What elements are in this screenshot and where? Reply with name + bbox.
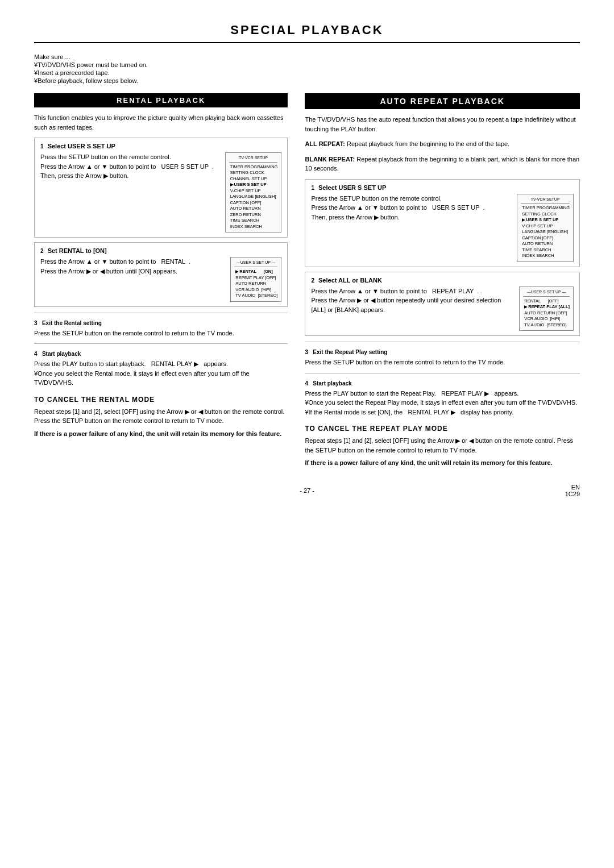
auto-repeat-step-1: 1 Select USER S SET UP Press the SETUP b…: [305, 179, 580, 267]
rental-cancel-section: TO CANCEL THE RENTAL MODE Repeat steps […: [34, 396, 288, 439]
auto-repeat-step-2-text: Press the Arrow ▲ or ▼ button to point t…: [311, 286, 515, 315]
page-number: - 27 -: [300, 487, 314, 494]
auto-repeat-description: The TV/DVD/VHS has the auto repeat funct…: [305, 115, 580, 134]
rental-step-3: 3 Exit the Rental setting Press the SETU…: [34, 319, 288, 338]
auto-repeat-step-2: 2 Select ALL or BLANK Press the Arrow ▲ …: [305, 272, 580, 336]
intro-section: Make sure ... ¥TV/DVD/VHS power must be …: [34, 53, 580, 84]
page-lang: EN 1C29: [565, 484, 580, 497]
intro-item-3: ¥Before playback, follow steps below.: [34, 77, 580, 84]
auto-repeat-column: AUTO REPEAT PLAYBACK The TV/DVD/VHS has …: [305, 93, 580, 468]
rental-cancel-title: TO CANCEL THE RENTAL MODE: [34, 396, 288, 404]
rental-step-4: 4 Start playback Press the PLAY button t…: [34, 350, 288, 388]
rental-column: RENTAL PLAYBACK This function enables yo…: [34, 93, 288, 468]
auto-repeat-step-3: 3 Exit the Repeat Play setting Press the…: [305, 348, 580, 367]
auto-repeat-all: ALL REPEAT: Repeat playback from the beg…: [305, 139, 580, 149]
intro-make-sure: Make sure ...: [34, 53, 580, 60]
auto-repeat-header: AUTO REPEAT PLAYBACK: [305, 93, 580, 109]
rental-step-2-menu: —USER S SET UP — RENTAL [ON] REPEAT PLAY…: [230, 257, 281, 301]
auto-repeat-cancel-title: TO CANCEL THE REPEAT PLAY MODE: [305, 425, 580, 433]
rental-description: This function enables you to improve the…: [34, 113, 288, 132]
rental-step-1-text: Press the SETUP button on the remote con…: [40, 152, 221, 181]
rental-cancel-text: Repeat steps [1] and [2], select [OFF] u…: [34, 407, 288, 426]
rental-header: RENTAL PLAYBACK: [34, 93, 288, 107]
rental-step-1-title: 1 Select USER S SET UP: [40, 143, 281, 149]
rental-cancel-bold: If there is a power failure of any kind,…: [34, 429, 288, 439]
rental-step-1-menu: TV·VCR SETUP TIMER PROGRAMMING SETTING C…: [225, 152, 282, 232]
auto-repeat-step-2-menu: —USER S SET UP — RENTAL [OFF] REPEAT PLA…: [519, 286, 574, 331]
intro-item-2: ¥Insert a prerecorded tape.: [34, 69, 580, 76]
auto-repeat-step-1-text: Press the SETUP button on the remote con…: [311, 194, 512, 222]
auto-repeat-step-2-title: 2 Select ALL or BLANK: [311, 277, 574, 284]
rental-step-2-text: Press the Arrow ▲ or ▼ button to point t…: [40, 257, 226, 276]
intro-item-1: ¥TV/DVD/VHS power must be turned on.: [34, 61, 580, 68]
auto-repeat-step-4: 4 Start playback Press the PLAY button t…: [305, 379, 580, 417]
auto-repeat-step-1-menu: TV·VCR SETUP TIMER PROGRAMMING SETTING C…: [517, 194, 574, 262]
rental-step-1: 1 Select USER S SET UP Press the SETUP b…: [34, 138, 288, 238]
auto-repeat-cancel-bold: If there is a power failure of any kind,…: [305, 458, 580, 468]
auto-repeat-cancel-text: Repeat steps [1] and [2], select [OFF] u…: [305, 436, 580, 455]
auto-repeat-blank: BLANK REPEAT: Repeat playback from the b…: [305, 155, 580, 173]
page-title: SPECIAL PLAYBACK: [34, 23, 580, 43]
auto-repeat-step-1-title: 1 Select USER S SET UP: [311, 184, 574, 191]
rental-step-2: 2 Set RENTAL to [ON] Press the Arrow ▲ o…: [34, 242, 288, 306]
auto-repeat-cancel-section: TO CANCEL THE REPEAT PLAY MODE Repeat st…: [305, 425, 580, 468]
rental-step-2-title: 2 Set RENTAL to [ON]: [40, 247, 281, 254]
